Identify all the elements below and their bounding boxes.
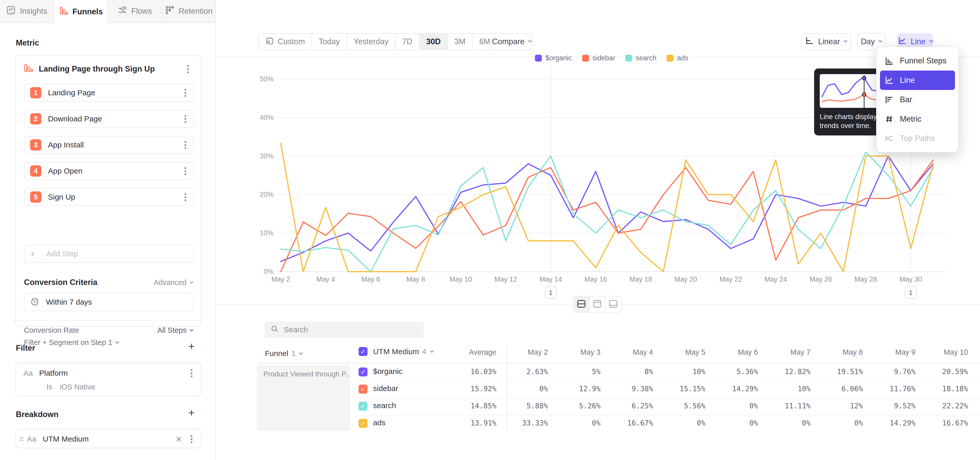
cell-value: 18.18% — [924, 385, 968, 393]
table-row-organic[interactable]: ✓$organic16.03%2.63%5%8%10%5.36%12.82%19… — [359, 363, 980, 380]
add-step-button[interactable]: + Add Step — [24, 245, 194, 263]
date-column-header[interactable]: May 7 — [767, 348, 811, 356]
x-axis-label: May 26 — [810, 275, 832, 283]
funnel-step-3[interactable]: 3App Install — [24, 136, 194, 154]
add-breakdown-button[interactable]: + — [188, 407, 195, 419]
date-range-today[interactable]: Today — [312, 34, 347, 50]
cell-value: 20.59% — [924, 367, 968, 376]
search-icon — [270, 325, 279, 335]
table-row-search[interactable]: ✓search14.85%5.88%5.26%6.25%5.56%0%11.11… — [359, 398, 980, 415]
funnel-step-1[interactable]: 1Landing Page — [24, 84, 194, 102]
y-axis-label: 10% — [260, 229, 274, 237]
y-axis-label: 20% — [260, 191, 274, 198]
funnel-step-4[interactable]: 4App Open — [24, 162, 194, 180]
tab-flows[interactable]: Flows — [108, 0, 162, 22]
metric-kebab-menu[interactable] — [187, 68, 189, 70]
series-checkbox[interactable]: ✓ — [359, 419, 368, 428]
date-column-header[interactable]: May 10 — [924, 348, 968, 356]
compare-button[interactable]: Compare — [491, 33, 532, 50]
date-column-header[interactable]: May 9 — [872, 348, 915, 356]
all-steps-dropdown[interactable]: All Steps — [158, 326, 193, 334]
series-checkbox[interactable]: ✓ — [359, 385, 368, 394]
chart-only-view-icon — [593, 300, 601, 309]
menu-item-line[interactable]: Line — [880, 70, 955, 90]
breakdown-kebab-menu[interactable] — [191, 438, 192, 440]
x-axis-label: May 22 — [719, 275, 742, 283]
conversion-rate-label: Conversion Rate — [24, 326, 79, 334]
cell-value: 10% — [767, 385, 811, 393]
x-axis-label: May 8 — [406, 275, 425, 283]
date-range-custom[interactable]: Custom — [259, 34, 312, 50]
line-chart-thumbnail — [820, 74, 885, 108]
chart-only-view-button[interactable] — [590, 296, 605, 312]
filter-value[interactable]: iOS Native — [60, 383, 95, 391]
conversion-window-row[interactable]: Within 7 days — [24, 293, 194, 311]
date-column-header[interactable]: May 6 — [714, 348, 758, 356]
table-search-input[interactable]: Search — [264, 321, 424, 338]
step-kebab-menu[interactable] — [185, 92, 186, 94]
tab-retention[interactable]: Retention — [162, 0, 216, 22]
menu-item-funnel-steps[interactable]: Funnel Steps — [880, 51, 955, 70]
step-kebab-menu[interactable] — [185, 170, 186, 172]
menu-item-metric[interactable]: Metric — [880, 109, 955, 129]
funnel-steps-icon — [885, 56, 894, 65]
date-range-30d[interactable]: 30D — [420, 34, 448, 50]
date-column-header[interactable]: May 4 — [610, 348, 653, 356]
date-column-header[interactable]: May 5 — [662, 348, 705, 356]
add-filter-button[interactable]: + — [188, 340, 195, 353]
date-range-yesterday[interactable]: Yesterday — [347, 34, 396, 50]
funnel-step-5[interactable]: 5Sign Up — [24, 188, 194, 206]
cell-value: 12.9% — [557, 385, 600, 393]
cell-value: 5.88% — [504, 402, 548, 410]
date-range-control: CustomTodayYesterday7D30D3M6M12M — [258, 33, 527, 50]
time-window-icon — [30, 297, 39, 307]
menu-item-bar[interactable]: Bar — [880, 90, 955, 109]
cell-value: 9.76% — [872, 367, 915, 376]
advanced-dropdown[interactable]: Advanced — [154, 278, 193, 287]
date-column-header[interactable]: May 2 — [504, 348, 548, 356]
filter-segment-dropdown[interactable]: Filter + Segment on Step 1 — [24, 339, 119, 347]
average-column-header[interactable]: Average — [453, 348, 496, 356]
breakdown-column-dropdown[interactable]: ✓ UTM Medium 4 — [359, 347, 433, 356]
series-line-search[interactable] — [281, 152, 933, 272]
series-checkbox[interactable]: ✓ — [359, 402, 368, 410]
cell-value: 16.67% — [610, 419, 653, 427]
date-column-header[interactable]: May 3 — [557, 348, 600, 356]
string-property-icon: Aa — [24, 369, 33, 377]
metric-title: Landing Page through Sign Up — [39, 64, 155, 73]
drag-handle-icon[interactable] — [19, 438, 24, 441]
remove-breakdown-icon[interactable]: ✕ — [176, 435, 182, 444]
table-row-sidebar[interactable]: ✓sidebar15.92%0%12.9%9.38%15.15%14.29%10… — [359, 380, 980, 398]
cell-value: 15.15% — [662, 385, 705, 393]
date-range-3m[interactable]: 3M — [448, 34, 473, 50]
step-kebab-menu[interactable] — [185, 118, 186, 120]
flows-icon — [118, 5, 127, 17]
date-range-7d[interactable]: 7D — [396, 34, 420, 50]
select-all-checkbox[interactable]: ✓ — [359, 347, 368, 356]
series-line-ads[interactable] — [281, 143, 933, 272]
breakdown-section-title: Breakdown — [16, 410, 59, 419]
step-kebab-menu[interactable] — [185, 144, 186, 146]
funnel-step-2[interactable]: 2Download Page — [24, 110, 194, 128]
step-kebab-menu[interactable] — [185, 196, 186, 198]
average-value: 16.03% — [453, 367, 496, 376]
breakdown-property: UTM Medium — [43, 435, 89, 443]
filter-card[interactable]: Aa Platform Is iOS Native — [15, 363, 202, 396]
breakdown-card[interactable]: Aa UTM Medium ✕ — [15, 429, 202, 448]
series-line-sidebar[interactable] — [281, 160, 933, 272]
date-column-header[interactable]: May 8 — [819, 348, 863, 356]
table-only-view-button[interactable] — [605, 296, 621, 312]
tab-funnels[interactable]: Funnels — [54, 0, 108, 24]
funnel-column-dropdown[interactable]: Funnel 1 — [265, 349, 302, 358]
table-row-group[interactable]: Product Viewed through P... — [257, 365, 350, 431]
table-row-ads[interactable]: ✓ads13.91%33.33%0%16.67%0%0%0%0%14.29%16… — [359, 415, 980, 432]
filter-kebab-menu[interactable] — [191, 372, 192, 374]
filter-operator[interactable]: Is — [46, 383, 52, 391]
cell-value: 0% — [714, 402, 758, 410]
split-view-icon — [577, 300, 586, 309]
series-name: search — [373, 401, 396, 410]
scale-dropdown[interactable]: Linear — [801, 33, 851, 50]
tab-insights[interactable]: Insights — [0, 0, 54, 22]
series-checkbox[interactable]: ✓ — [359, 367, 368, 377]
split-view-button[interactable] — [574, 296, 590, 312]
